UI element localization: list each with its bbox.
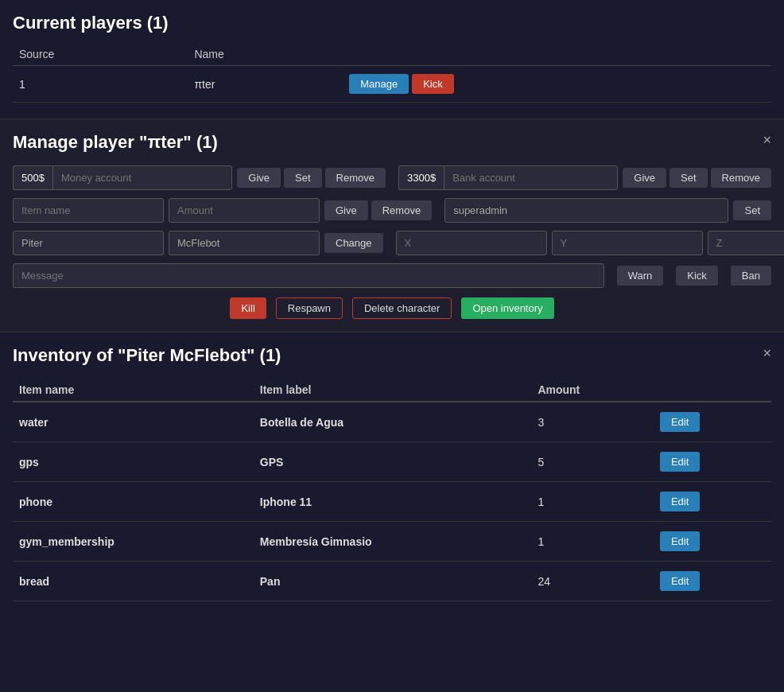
player-actions: Manage Kick <box>343 66 771 103</box>
last-name-input[interactable] <box>169 231 320 255</box>
current-players-section: Current players (1) Source Name 1 πter M… <box>0 0 784 119</box>
inv-col-label: Item label <box>254 379 532 402</box>
inventory-row: bread Pan 24 Edit <box>13 562 771 601</box>
inventory-row: phone Iphone 11 1 Edit <box>13 482 771 522</box>
item-group: Give Remove <box>13 198 432 223</box>
money-account-input[interactable] <box>52 165 232 190</box>
manage-close-button[interactable]: × <box>763 132 771 149</box>
inventory-panel: Inventory of "Piter McFlebot" (1) × Item… <box>0 332 784 614</box>
player-name: πter <box>188 66 343 103</box>
respawn-button[interactable]: Respawn <box>276 297 343 319</box>
bank-group: 3300$ Give Set Remove <box>398 165 771 190</box>
inv-item-label: GPS <box>254 442 532 482</box>
players-table: Source Name 1 πter Manage Kick <box>13 43 771 103</box>
inv-item-amount: 1 <box>531 482 654 522</box>
group-set-button[interactable]: Set <box>733 200 771 220</box>
inv-item-edit-cell: Edit <box>654 522 771 562</box>
inv-item-name: water <box>13 402 254 442</box>
inv-col-name: Item name <box>13 379 254 402</box>
item-name-input[interactable] <box>13 198 164 223</box>
message-row: Warn Kick Ban <box>13 263 771 288</box>
col-name: Name <box>188 43 343 66</box>
player-row: 1 πter Manage Kick <box>13 66 771 103</box>
player-source: 1 <box>13 66 188 103</box>
inv-edit-button[interactable]: Edit <box>660 492 700 511</box>
ban-button[interactable]: Ban <box>731 266 771 286</box>
inv-edit-button[interactable]: Edit <box>660 452 700 472</box>
inv-item-name: gps <box>13 442 254 482</box>
kill-button[interactable]: Kill <box>230 297 266 319</box>
item-amount-input[interactable] <box>169 198 320 223</box>
message-input[interactable] <box>13 263 604 288</box>
inv-item-amount: 1 <box>531 522 654 562</box>
first-name-input[interactable] <box>13 231 164 255</box>
bank-remove-button[interactable]: Remove <box>711 168 771 188</box>
inv-edit-button[interactable]: Edit <box>660 571 700 591</box>
name-teleport-row: Change Teleport <box>13 231 771 255</box>
col-actions <box>343 43 771 66</box>
delete-character-button[interactable]: Delete character <box>352 297 452 319</box>
inv-item-label: Pan <box>254 562 532 601</box>
money-remove-button[interactable]: Remove <box>325 168 386 188</box>
inventory-row: gps GPS 5 Edit <box>13 442 771 482</box>
name-change-button[interactable]: Change <box>324 233 383 253</box>
inv-edit-button[interactable]: Edit <box>660 412 700 432</box>
inv-item-label: Botella de Agua <box>254 402 532 442</box>
bank-input-group: 3300$ <box>398 165 618 190</box>
inventory-close-button[interactable]: × <box>763 345 771 362</box>
action-row: Kill Respawn Delete character Open inven… <box>13 297 771 319</box>
teleport-group: Teleport <box>396 231 784 255</box>
item-give-button[interactable]: Give <box>324 200 368 220</box>
inv-item-name: phone <box>13 482 254 522</box>
inv-item-label: Iphone 11 <box>254 482 532 522</box>
item-group-row: Give Remove Set <box>13 198 771 223</box>
warn-button[interactable]: Warn <box>617 266 664 286</box>
current-players-title: Current players (1) <box>13 13 771 33</box>
inv-item-label: Membresía Gimnasio <box>254 522 532 562</box>
inv-col-actions <box>654 379 771 402</box>
bank-account-input[interactable] <box>444 165 618 190</box>
bank-btn-group: Give Set Remove <box>623 168 771 188</box>
y-input[interactable] <box>552 231 703 255</box>
money-group: 500$ Give Set Remove <box>13 165 386 190</box>
bank-give-button[interactable]: Give <box>623 168 666 188</box>
inventory-table: Item name Item label Amount water Botell… <box>13 379 771 601</box>
group-input[interactable] <box>444 198 728 223</box>
money-prefix: 500$ <box>13 165 52 190</box>
manage-title: Manage player "πter" (1) <box>13 132 771 153</box>
inventory-row: water Botella de Agua 3 Edit <box>13 402 771 442</box>
inv-item-amount: 24 <box>531 562 654 601</box>
money-give-button[interactable]: Give <box>237 168 281 188</box>
inv-col-amount: Amount <box>531 379 654 402</box>
manage-panel: Manage player "πter" (1) × 500$ Give Set… <box>0 119 784 332</box>
inventory-title: Inventory of "Piter McFlebot" (1) <box>13 345 771 366</box>
bank-prefix: 3300$ <box>398 165 444 190</box>
inv-item-edit-cell: Edit <box>654 402 771 442</box>
money-bank-row: 500$ Give Set Remove 3300$ Give Set Remo… <box>13 165 771 190</box>
money-set-button[interactable]: Set <box>284 168 322 188</box>
kick-player-button[interactable]: Kick <box>676 266 718 286</box>
inv-item-name: bread <box>13 562 254 601</box>
kick-button[interactable]: Kick <box>412 74 454 94</box>
group-group: Set <box>444 198 771 223</box>
inv-edit-button[interactable]: Edit <box>660 531 700 551</box>
manage-button[interactable]: Manage <box>349 74 409 94</box>
item-remove-button[interactable]: Remove <box>371 200 432 220</box>
open-inventory-button[interactable]: Open inventory <box>461 297 553 319</box>
inv-item-edit-cell: Edit <box>654 442 771 482</box>
money-input-group: 500$ <box>13 165 232 190</box>
inventory-row: gym_membership Membresía Gimnasio 1 Edit <box>13 522 771 562</box>
name-group: Change <box>13 231 383 255</box>
inv-item-amount: 3 <box>531 402 654 442</box>
z-input[interactable] <box>708 231 784 255</box>
inv-item-edit-cell: Edit <box>654 482 771 522</box>
money-btn-group: Give Set Remove <box>237 168 386 188</box>
item-btn-group: Give Remove <box>324 200 432 220</box>
inv-item-amount: 5 <box>531 442 654 482</box>
x-input[interactable] <box>396 231 547 255</box>
inv-item-edit-cell: Edit <box>654 562 771 601</box>
bank-set-button[interactable]: Set <box>670 168 708 188</box>
inv-item-name: gym_membership <box>13 522 254 562</box>
col-source: Source <box>13 43 188 66</box>
